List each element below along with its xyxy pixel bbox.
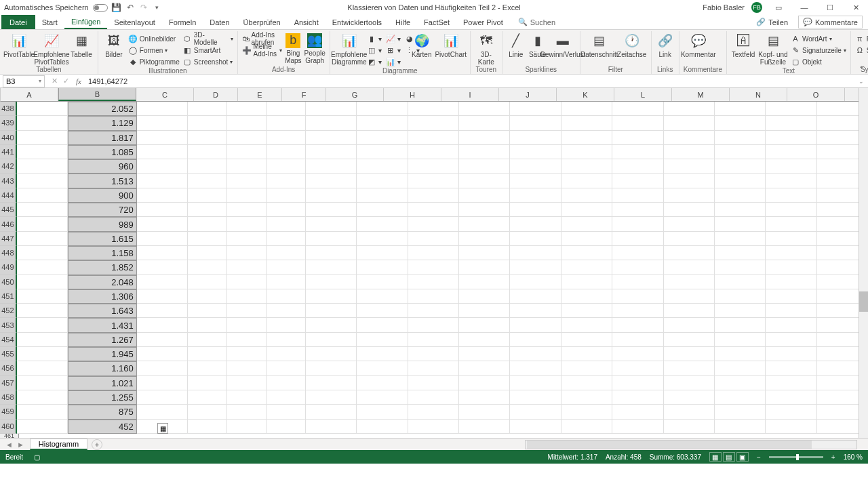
recommended-pivot-button[interactable]: 📈Empfohlene PivotTables [37, 33, 66, 66]
cell[interactable] [408, 116, 459, 130]
zoom-out-icon[interactable]: − [757, 453, 761, 461]
cell[interactable] [188, 318, 227, 332]
cell[interactable] [766, 420, 816, 434]
column-header-N[interactable]: N [730, 88, 787, 101]
cell[interactable] [227, 188, 267, 203]
cell[interactable] [612, 376, 663, 390]
cell[interactable] [267, 116, 306, 130]
bing-maps-button[interactable]: bBing Maps [285, 33, 301, 64]
cell[interactable] [664, 203, 715, 217]
spreadsheet-grid[interactable]: ABCDEFGHIJKLMNOPQ 4382.0524391.1294401.8… [0, 88, 868, 438]
row-header[interactable]: 447 [0, 232, 17, 246]
cell[interactable] [664, 361, 715, 375]
cell[interactable] [510, 390, 561, 405]
cell[interactable] [137, 232, 188, 246]
cell[interactable] [612, 318, 663, 332]
cell[interactable] [459, 102, 510, 116]
cell[interactable] [510, 116, 561, 130]
cell[interactable] [459, 174, 510, 188]
map3d-button[interactable]: 🗺3D-Karte [475, 33, 498, 66]
autosave-toggle[interactable] [93, 4, 108, 12]
column-header-I[interactable]: I [441, 88, 499, 101]
row-header[interactable]: 445 [0, 203, 17, 217]
column-header-F[interactable]: F [282, 88, 326, 101]
cell[interactable] [17, 246, 68, 260]
cell[interactable] [227, 116, 267, 130]
cell[interactable] [306, 260, 357, 274]
cell[interactable] [227, 203, 267, 217]
row-header[interactable]: 458 [0, 390, 17, 405]
user-avatar[interactable]: FB [751, 2, 762, 13]
cell[interactable] [715, 275, 766, 289]
cell[interactable] [267, 232, 306, 246]
cell[interactable] [561, 232, 612, 246]
minimize-icon[interactable]: — [795, 1, 814, 14]
signature-button[interactable]: ✎Signaturzeile▾ [791, 45, 846, 56]
cell[interactable] [561, 333, 612, 347]
cell[interactable] [17, 203, 68, 217]
enter-formula-icon[interactable]: ✓ [63, 77, 69, 85]
cell[interactable] [188, 347, 227, 361]
cell[interactable] [715, 217, 766, 231]
vertical-scrollbar[interactable] [859, 88, 868, 441]
cell[interactable] [17, 304, 68, 318]
cell[interactable] [612, 188, 663, 203]
cell[interactable] [561, 318, 612, 332]
cell[interactable] [664, 347, 715, 361]
column-header-G[interactable]: G [326, 88, 384, 101]
cell[interactable] [357, 131, 408, 145]
cell[interactable] [357, 145, 408, 159]
cell[interactable] [137, 246, 188, 260]
cell[interactable] [459, 116, 510, 130]
row-header[interactable]: 455 [0, 347, 17, 361]
cell[interactable] [510, 333, 561, 347]
cell[interactable] [227, 376, 267, 390]
cell[interactable] [459, 347, 510, 361]
cell[interactable] [561, 260, 612, 274]
cell[interactable]: 2.048 [68, 275, 137, 289]
cell[interactable] [357, 361, 408, 375]
cell[interactable]: 1.021 [68, 376, 137, 390]
cell[interactable] [267, 260, 306, 274]
cell[interactable] [188, 376, 227, 390]
cell[interactable] [357, 159, 408, 174]
cell[interactable] [137, 174, 188, 188]
cell[interactable] [715, 376, 766, 390]
cell[interactable] [664, 102, 715, 116]
screenshot-button[interactable]: ▢Screenshot▾ [182, 56, 233, 67]
column-header-M[interactable]: M [672, 88, 730, 101]
tab-powerpivot[interactable]: Power Pivot [456, 15, 510, 29]
cell[interactable] [561, 145, 612, 159]
row-header[interactable]: 444 [0, 188, 17, 203]
cell[interactable] [715, 289, 766, 304]
cell[interactable] [408, 333, 459, 347]
cell[interactable] [766, 232, 816, 246]
cell[interactable] [17, 131, 68, 145]
column-header-O[interactable]: O [787, 88, 845, 101]
cell[interactable] [664, 333, 715, 347]
cell[interactable] [459, 376, 510, 390]
cell[interactable]: 452 [68, 420, 137, 434]
cell[interactable] [306, 188, 357, 203]
cell[interactable] [408, 289, 459, 304]
cell[interactable] [227, 174, 267, 188]
cell[interactable] [715, 232, 766, 246]
cell[interactable] [715, 405, 766, 419]
cell[interactable] [137, 405, 188, 419]
cell[interactable] [510, 145, 561, 159]
cell[interactable] [408, 260, 459, 274]
cell[interactable] [664, 232, 715, 246]
formula-input[interactable]: 1491,64272 [85, 77, 854, 85]
cell[interactable] [357, 174, 408, 188]
cell[interactable] [408, 203, 459, 217]
cell[interactable] [715, 304, 766, 318]
cell[interactable] [715, 390, 766, 405]
cell[interactable] [267, 361, 306, 375]
row-header[interactable]: 456 [0, 361, 17, 375]
cell[interactable]: 1.129 [68, 116, 137, 130]
cell[interactable] [715, 333, 766, 347]
sheet-nav-prev-icon[interactable]: ◄ [5, 441, 13, 449]
sheet-nav-next-icon[interactable]: ► [17, 441, 24, 449]
cell[interactable] [137, 131, 188, 145]
cell[interactable] [357, 203, 408, 217]
